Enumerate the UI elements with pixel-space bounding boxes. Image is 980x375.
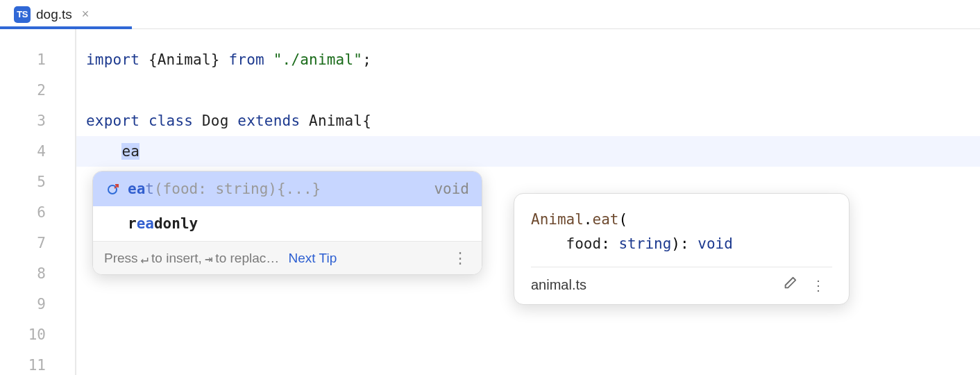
line-number: 5 (0, 167, 75, 197)
autocomplete-footer: Press ↵ to insert, ⇥ to replac… Next Tip… (93, 241, 482, 274)
tab-key-icon: ⇥ (205, 251, 212, 266)
edit-icon[interactable] (775, 276, 804, 294)
doc-method: eat (593, 211, 619, 228)
tab-filename: dog.ts (36, 7, 72, 22)
keyword-class: class (149, 112, 193, 129)
line-number: 1 (0, 44, 75, 75)
line-number-gutter: 1 2 3 4 5 6 7 8 9 10 11 (0, 29, 76, 375)
match-prefix: ea (128, 181, 145, 197)
source-file[interactable]: animal.ts (531, 277, 586, 293)
semicolon: ; (362, 51, 371, 68)
next-tip-link[interactable]: Next Tip (289, 251, 337, 266)
divider (531, 267, 832, 267)
code-line[interactable]: import {Animal} from "./animal"; (76, 44, 980, 75)
string-quote: " (273, 51, 282, 68)
keyword-extends: extends (237, 112, 300, 129)
pre-text: r (128, 215, 137, 232)
signature-tail: (food: string){...} (154, 181, 321, 197)
autocomplete-popup: eat(food: string){...} void readonly Pre… (92, 171, 482, 275)
close-icon[interactable]: × (78, 7, 90, 22)
param-name: food (566, 235, 602, 252)
footer-text: Press (104, 251, 138, 266)
space (193, 112, 202, 129)
enter-key-icon: ↵ (141, 251, 149, 266)
typed-text: ea (121, 143, 140, 160)
doc-class: Animal (531, 211, 584, 228)
code-line[interactable] (76, 350, 980, 375)
code-line[interactable]: export class Dog extends Animal{ (76, 106, 980, 136)
more-actions-icon[interactable]: ⋮ (804, 277, 832, 294)
brace-close: } (211, 51, 229, 68)
autocomplete-item-readonly[interactable]: readonly (93, 206, 482, 241)
space (229, 112, 238, 129)
match-tail: t (145, 181, 154, 197)
indent (86, 143, 121, 160)
code-line[interactable] (76, 319, 980, 350)
class-name-animal: Animal (309, 112, 362, 129)
code-line[interactable] (76, 75, 980, 106)
return-type: void (434, 181, 469, 197)
line-number: 3 (0, 106, 75, 136)
brace-open: { (362, 112, 371, 129)
signature: Animal.eat( food: string): void (531, 208, 832, 256)
indent (531, 235, 566, 252)
return-type: void (698, 235, 733, 252)
autocomplete-item-label: readonly (128, 215, 462, 232)
keyword-export: export (86, 112, 140, 129)
colon: : (601, 235, 618, 252)
dot: . (584, 211, 593, 228)
line-number: 6 (0, 197, 75, 228)
typescript-file-icon: TS (14, 6, 31, 23)
brace-open: { (140, 51, 158, 68)
quick-documentation-popup: Animal.eat( food: string): void animal.t… (514, 193, 850, 305)
space (140, 112, 149, 129)
param-type: string (618, 235, 671, 252)
space (264, 51, 273, 68)
line-number: 4 (0, 136, 75, 167)
line-number: 11 (0, 350, 75, 375)
line-number: 9 (0, 289, 75, 319)
override-method-icon (105, 181, 121, 197)
footer-text: to insert, (151, 251, 202, 266)
autocomplete-item-label: eat(food: string){...} (128, 181, 427, 197)
code-line-active[interactable]: ea (76, 136, 980, 167)
class-name-dog: Dog (202, 112, 229, 129)
string-quote: " (353, 51, 362, 68)
keyword-import: import (86, 51, 140, 68)
blank-icon (105, 216, 121, 231)
space (300, 112, 309, 129)
line-number: 2 (0, 75, 75, 106)
tab-dog-ts[interactable]: TS dog.ts × (7, 0, 96, 28)
paren-close: ) (671, 235, 680, 252)
identifier-animal: Animal (158, 51, 211, 68)
paren-open: ( (618, 211, 627, 228)
footer-text: to replac… (215, 251, 279, 266)
string-literal: ./animal (282, 51, 354, 68)
match-prefix: ea (137, 215, 154, 232)
editor-tabbar: TS dog.ts × (0, 0, 980, 29)
match-tail: donly (154, 215, 198, 232)
line-number: 7 (0, 228, 75, 258)
line-number: 10 (0, 319, 75, 350)
colon: : (680, 235, 698, 252)
line-number: 8 (0, 258, 75, 289)
keyword-from: from (229, 51, 264, 68)
typed-prefix: ea (121, 143, 140, 160)
more-actions-icon[interactable]: ⋮ (450, 249, 471, 267)
autocomplete-item-eat[interactable]: eat(food: string){...} void (93, 172, 482, 206)
